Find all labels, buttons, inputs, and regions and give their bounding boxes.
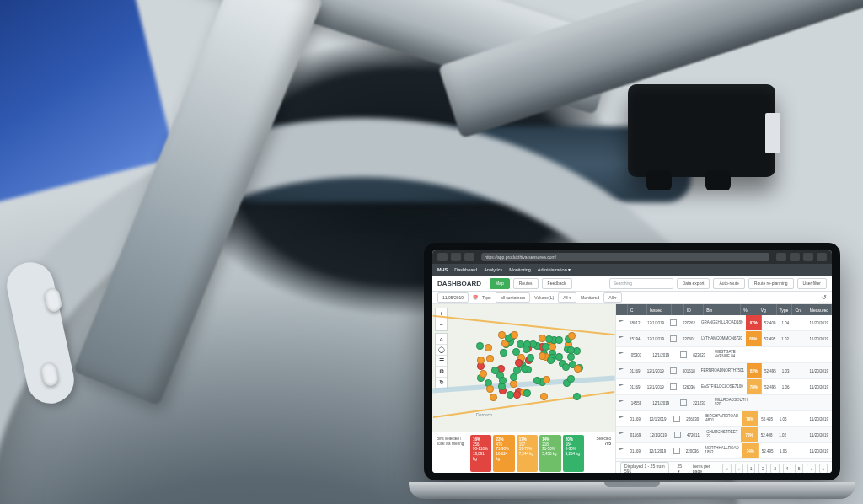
browser-back-button[interactable] xyxy=(437,253,448,261)
row-checkbox[interactable] xyxy=(673,416,680,422)
calendar-icon[interactable]: 📅 xyxy=(473,295,478,300)
col-flag[interactable] xyxy=(616,304,628,315)
row-checkbox[interactable] xyxy=(670,335,677,342)
pager-page[interactable]: 3 xyxy=(770,464,779,474)
col-cnt[interactable]: Cnt xyxy=(792,304,807,315)
map-marker[interactable] xyxy=(540,393,548,400)
table-row[interactable]: 0116912/1/2019226030BIRCHPARKROAD 480176… xyxy=(616,411,832,427)
map-marker[interactable] xyxy=(486,355,494,362)
col-c[interactable]: C xyxy=(628,304,647,315)
filter-monitored[interactable]: All ▾ xyxy=(603,292,622,303)
page-size-select[interactable]: 25 ▾ xyxy=(673,464,689,474)
map-marker[interactable] xyxy=(491,367,499,374)
map-marker[interactable] xyxy=(510,373,517,381)
map-marker[interactable] xyxy=(568,332,576,340)
map-marker[interactable] xyxy=(523,346,530,353)
map-marker[interactable] xyxy=(500,349,507,357)
tab-routes[interactable]: Routes xyxy=(513,278,539,289)
pager-prev[interactable]: ‹ xyxy=(735,464,743,474)
map-marker[interactable] xyxy=(562,363,570,371)
summary-card[interactable]: 20%1840-30%3,264 kg xyxy=(563,435,584,472)
table-row[interactable]: 1801212/1/2019220262GRANGEHILLROAD18097%… xyxy=(616,315,832,331)
map-marker[interactable] xyxy=(555,353,563,361)
map-marker[interactable] xyxy=(547,357,555,364)
map-marker[interactable] xyxy=(490,394,497,401)
map-marker[interactable] xyxy=(574,365,582,373)
table-row[interactable]: 0116912/1/2019226036EASTFIELDCLOSE710078… xyxy=(616,379,832,395)
search-input[interactable]: Searching xyxy=(609,278,673,289)
col-type[interactable]: Type xyxy=(777,304,793,315)
map-marker[interactable] xyxy=(512,348,520,356)
map-marker[interactable] xyxy=(515,359,523,367)
action-auto-route[interactable]: Auto-route xyxy=(713,278,744,289)
row-checkbox[interactable] xyxy=(673,448,680,454)
action-user-filter[interactable]: User filter xyxy=(797,278,827,289)
browser-reload-button[interactable] xyxy=(464,253,474,261)
row-checkbox[interactable] xyxy=(670,383,677,390)
map-tool-settings[interactable]: ⚙ xyxy=(436,367,447,378)
col-pct[interactable]: % xyxy=(741,304,758,315)
map[interactable]: + − ⌂ ◯ ☰ ⚙ ↻ Dornoch xyxy=(432,304,615,432)
table-row[interactable]: 0116912/1/2019472011CHURCHSTREET 2275%52… xyxy=(616,427,832,443)
row-checkbox[interactable] xyxy=(674,432,681,438)
map-marker[interactable] xyxy=(527,354,534,362)
map-marker[interactable] xyxy=(543,376,550,383)
pager-first[interactable]: « xyxy=(722,464,731,474)
tab-map[interactable]: Map xyxy=(490,278,510,289)
summary-card[interactable]: 14%21831-50%5,458 kg xyxy=(539,435,560,472)
browser-ext-button[interactable] xyxy=(803,253,813,261)
map-tool-layers[interactable]: ☰ xyxy=(436,356,447,367)
table-row[interactable]: 1455812/1/2019221231MILLROADSOUTH 920 xyxy=(616,395,832,411)
summary-card[interactable]: 23%47671-90%10,624 kg xyxy=(493,435,514,472)
browser-profile-button[interactable] xyxy=(817,253,827,261)
zoom-out-button[interactable]: − xyxy=(436,319,447,330)
nav-analytics[interactable]: Analytics xyxy=(484,267,502,272)
row-checkbox[interactable] xyxy=(680,399,687,406)
pager-page[interactable]: 5 xyxy=(795,464,803,474)
col-issued[interactable]: Issued xyxy=(647,304,672,315)
table-row[interactable]: 0530112/1/2019823023WESTGATE AVENUE 84 xyxy=(616,347,832,363)
map-tool-home[interactable]: ⌂ xyxy=(436,334,447,345)
map-marker[interactable] xyxy=(533,377,541,384)
map-marker[interactable] xyxy=(521,365,528,373)
browser-ext-button[interactable] xyxy=(790,253,800,261)
filter-type[interactable]: all containers xyxy=(496,292,530,303)
reset-filters-icon[interactable]: ↺ xyxy=(822,294,827,301)
map-marker[interactable] xyxy=(511,331,518,339)
col-bin[interactable]: Bin xyxy=(704,304,741,315)
map-marker[interactable] xyxy=(573,393,581,400)
pager-next[interactable]: › xyxy=(807,464,815,474)
map-marker[interactable] xyxy=(498,331,506,339)
map-marker[interactable] xyxy=(555,336,563,344)
col-vg[interactable]: Vg xyxy=(758,304,777,315)
browser-url-field[interactable]: https://app.produkthiva-sensorea.com/ xyxy=(481,253,769,261)
action-route-replanning[interactable]: Route re-planning xyxy=(748,278,794,289)
row-checkbox[interactable] xyxy=(680,351,687,358)
tab-feedback[interactable]: Feedback xyxy=(542,278,572,289)
pager-page[interactable]: 4 xyxy=(783,464,791,474)
map-marker[interactable] xyxy=(567,346,575,354)
nav-administration[interactable]: Administration ▾ xyxy=(538,267,571,272)
row-checkbox[interactable] xyxy=(670,319,677,326)
nav-dashboard[interactable]: Dashboard xyxy=(454,267,477,272)
table-row[interactable]: 1519412/1/2019220601LYTHAMCOMMON672088%5… xyxy=(616,331,832,347)
map-marker[interactable] xyxy=(486,385,494,393)
map-marker[interactable] xyxy=(513,391,521,399)
pager-page[interactable]: 1 xyxy=(747,464,755,474)
row-checkbox[interactable] xyxy=(670,367,677,374)
pager-page[interactable]: 2 xyxy=(758,464,767,474)
map-marker[interactable] xyxy=(476,342,484,350)
col-measured[interactable]: Measured xyxy=(807,304,832,315)
map-marker[interactable] xyxy=(485,344,492,351)
action-data-export[interactable]: Data export xyxy=(677,278,710,289)
map-marker[interactable] xyxy=(480,370,487,378)
map-tool-circle[interactable]: ◯ xyxy=(436,345,447,356)
nav-monitoring[interactable]: Monitoring xyxy=(509,267,531,272)
pager-last[interactable]: » xyxy=(819,464,828,474)
summary-card[interactable]: 16%25690-110%13,891 kg xyxy=(470,435,491,472)
map-marker[interactable] xyxy=(477,357,485,364)
table-row[interactable]: 0116912/1/2019501518FERNROADNORTH750182%… xyxy=(616,363,832,379)
summary-card[interactable]: 17%19751-70%7,244 kg xyxy=(517,435,538,472)
table-row[interactable]: 0116912/1/2019220036NORTHHALLROAD 185274… xyxy=(616,443,832,459)
col-id[interactable]: ID xyxy=(684,304,704,315)
